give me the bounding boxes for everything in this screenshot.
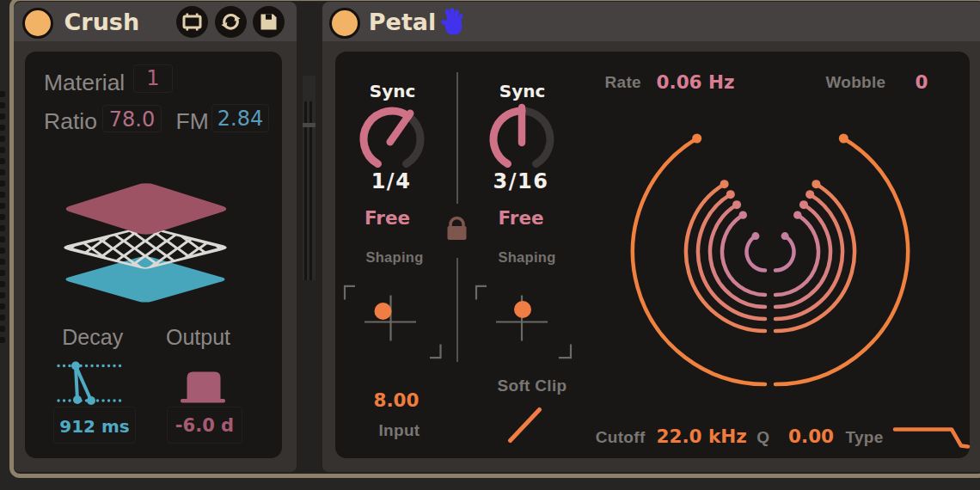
q-label: Q	[756, 429, 769, 445]
material-layers-graphic	[47, 168, 245, 314]
fm-label: FM	[176, 110, 209, 133]
wobble-value[interactable]: 0	[915, 73, 928, 92]
meter-bar-left	[304, 101, 308, 280]
crush-frame-button[interactable]	[176, 6, 208, 38]
crush-header[interactable]: Crush	[14, 2, 297, 41]
softclip-curve[interactable]	[505, 405, 545, 446]
device-chain-left-rail	[0, 89, 9, 347]
material-value-box[interactable]: 1	[133, 64, 173, 93]
layer-bottom	[61, 255, 229, 303]
type-label: Type	[845, 429, 883, 445]
input-label: Input	[379, 422, 420, 438]
sync1-mode[interactable]: Free	[364, 209, 410, 228]
petal-arcs-visualization	[615, 116, 928, 400]
ratio-value-box[interactable]: 78.0	[102, 105, 162, 132]
cutoff-label: Cutoff	[596, 429, 646, 445]
meter-bar-right	[309, 101, 313, 280]
lock-icon[interactable]	[445, 215, 469, 242]
ratio-value: 78.0	[109, 109, 155, 130]
rate-value[interactable]: 0.06 Hz	[657, 73, 735, 92]
shaping2-dot[interactable]	[514, 301, 531, 318]
sync2-value[interactable]: 3/16	[493, 171, 549, 192]
decay-envelope-widget[interactable]	[52, 357, 138, 408]
input-value[interactable]: 8.00	[373, 391, 419, 410]
material-value: 1	[146, 68, 159, 89]
decay-label: Decay	[62, 327, 123, 348]
fm-value: 2.84	[217, 108, 263, 129]
sync2-mode[interactable]: Free	[498, 209, 543, 228]
shaping2-pad[interactable]	[471, 280, 579, 364]
layer-top	[61, 182, 231, 236]
shaping1-label: Shaping	[365, 250, 423, 265]
sync1-knob[interactable]	[352, 100, 432, 179]
petal-header[interactable]: Petal	[322, 2, 980, 41]
material-label: Material	[44, 71, 125, 95]
divider-bottom	[456, 258, 459, 362]
save-icon	[253, 6, 285, 38]
hand-icon	[439, 7, 465, 36]
crush-save-button[interactable]	[253, 6, 285, 38]
q-value[interactable]: 0.00	[788, 427, 834, 446]
sync1-value[interactable]: 1/4	[371, 171, 412, 192]
output-value-box[interactable]: -6.0 d	[167, 407, 242, 444]
petal-power-toggle[interactable]	[329, 8, 360, 39]
wobble-label: Wobble	[825, 74, 885, 90]
decay-value-box[interactable]: 912 ms	[53, 407, 136, 444]
shaping1-dot[interactable]	[375, 303, 392, 320]
shaping2-label: Shaping	[498, 250, 555, 265]
output-level-widget[interactable]	[176, 368, 230, 407]
decay-value: 912 ms	[59, 418, 129, 435]
crush-title: Crush	[64, 10, 140, 34]
crush-hotswap-button[interactable]	[215, 6, 247, 38]
divider-top	[456, 72, 459, 204]
sync1-label: Sync	[370, 83, 416, 100]
output-label: Output	[166, 327, 230, 348]
ratio-label: Ratio	[44, 110, 97, 133]
petal-title: Petal	[369, 10, 436, 34]
sync2-knob[interactable]	[482, 100, 561, 179]
lowpass-filter-icon[interactable]	[891, 424, 973, 451]
fm-value-box[interactable]: 2.84	[211, 104, 269, 132]
inter-device-meter	[303, 76, 315, 280]
output-value: -6.0 d	[175, 417, 234, 435]
sync2-label: Sync	[499, 83, 546, 100]
cutoff-value[interactable]: 22.0 kHz	[657, 427, 747, 446]
softclip-label: Soft Clip	[498, 377, 567, 394]
hotswap-icon	[215, 6, 247, 38]
meter-level-tick	[303, 123, 315, 127]
rate-label: Rate	[605, 74, 641, 90]
crush-power-toggle[interactable]	[22, 8, 53, 39]
frame-icon	[176, 6, 208, 38]
shaping1-pad[interactable]	[340, 280, 447, 364]
